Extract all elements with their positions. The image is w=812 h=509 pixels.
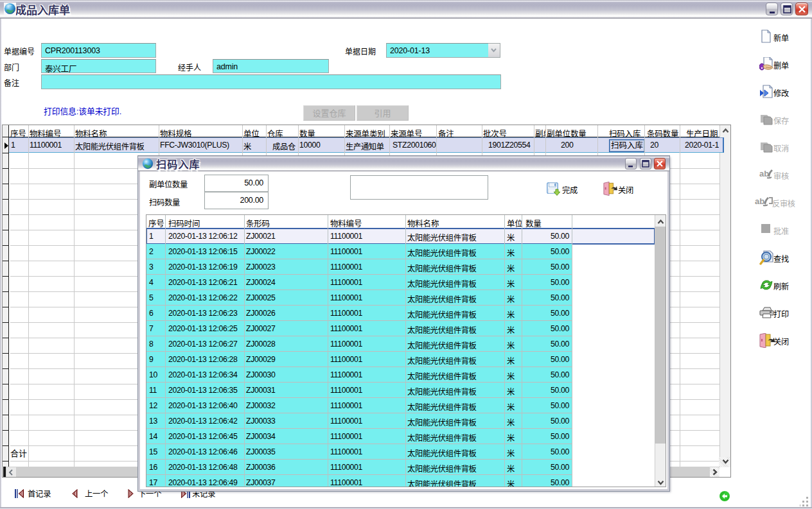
- svg-text:ab: ab: [759, 169, 769, 178]
- svg-text:ab: ab: [755, 196, 764, 206]
